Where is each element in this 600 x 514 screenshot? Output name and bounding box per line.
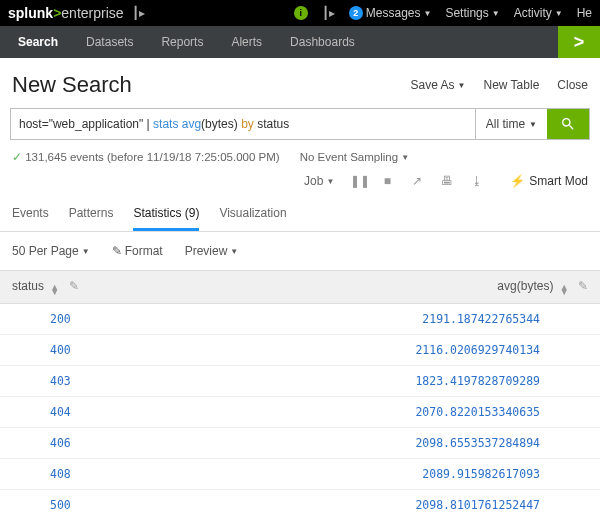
tab-events[interactable]: Events [12, 198, 49, 231]
format-label: Format [125, 244, 163, 258]
col-status-label: status [12, 279, 44, 293]
export-icon[interactable]: ⭳ [470, 174, 484, 188]
cell-avg[interactable]: 2098.6553537284894 [189, 428, 600, 459]
tab-visualization[interactable]: Visualization [219, 198, 286, 231]
stop-icon[interactable]: ■ [380, 174, 394, 188]
query-text: (bytes) [201, 117, 241, 131]
pause-icon[interactable]: ❚❚ [350, 174, 364, 188]
breadcrumb-toggle[interactable]: ┃▸ [132, 6, 145, 20]
cell-status[interactable]: 403 [0, 366, 189, 397]
logo: splunk>enterprise [8, 5, 124, 21]
query-keyword: stats [153, 117, 178, 131]
check-icon: ✓ [12, 151, 22, 163]
preview-menu[interactable]: Preview ▼ [185, 244, 239, 258]
sampling-menu[interactable]: No Event Sampling▼ [300, 151, 409, 163]
table-row: 4002116.0206929740134 [0, 335, 600, 366]
cell-avg[interactable]: 2116.0206929740134 [189, 335, 600, 366]
logo-post: enterprise [61, 5, 123, 21]
results-table: status ▲▼ ✎ avg(bytes) ▲▼ ✎ 2002191.1874… [0, 270, 600, 514]
cell-status[interactable]: 406 [0, 428, 189, 459]
sort-icon: ▲▼ [560, 285, 569, 295]
format-icon: ✎ [112, 244, 122, 258]
messages-label: Messages [366, 6, 421, 20]
info-badge[interactable]: i [294, 6, 308, 20]
header-actions: Save As▼ New Table Close [411, 78, 588, 92]
search-input[interactable]: host="web_application" | stats avg(bytes… [11, 109, 475, 139]
query-text: host="web_application" | [19, 117, 153, 131]
caret-down-icon: ▼ [230, 247, 238, 256]
table-row: 4031823.4197828709289 [0, 366, 600, 397]
time-range-label: All time [486, 117, 525, 131]
activity-menu[interactable]: Activity ▼ [514, 6, 563, 20]
search-submit-button[interactable] [547, 109, 589, 139]
save-as-menu[interactable]: Save As▼ [411, 78, 466, 92]
print-icon[interactable]: 🖶 [440, 174, 454, 188]
preview-label: Preview [185, 244, 228, 258]
nav-search-button[interactable]: > [558, 26, 600, 58]
sampling-label: No Event Sampling [300, 151, 398, 163]
cell-avg[interactable]: 1823.4197828709289 [189, 366, 600, 397]
event-count-text: 131,645 events (before 11/19/18 7:25:05.… [25, 151, 279, 163]
query-keyword: by [241, 117, 254, 131]
col-avg-header[interactable]: avg(bytes) ▲▼ ✎ [189, 271, 600, 304]
topbar-right: i ┃▸ 2 Messages ▼ Settings ▼ Activity ▼ … [294, 6, 592, 20]
topbar: splunk>enterprise ┃▸ i ┃▸ 2 Messages ▼ S… [0, 0, 600, 26]
cell-avg[interactable]: 2089.915982617093 [189, 459, 600, 490]
search-bar: host="web_application" | stats avg(bytes… [10, 108, 590, 140]
nav-item-alerts[interactable]: Alerts [217, 26, 276, 58]
job-menu[interactable]: Job▼ [304, 174, 334, 188]
help-label: He [577, 6, 592, 20]
sort-icon: ▲▼ [50, 285, 59, 295]
table-row: 4082089.915982617093 [0, 459, 600, 490]
edit-icon[interactable]: ✎ [578, 279, 588, 293]
help-menu[interactable]: He [577, 6, 592, 20]
caret-down-icon: ▼ [529, 120, 537, 129]
cell-avg[interactable]: 2070.8220153340635 [189, 397, 600, 428]
search-icon [560, 116, 576, 132]
logo-pre: splunk [8, 5, 53, 21]
table-row: 4042070.8220153340635 [0, 397, 600, 428]
table-controls: 50 Per Page ▼ ✎ Format Preview ▼ [0, 232, 600, 270]
table-row: 4062098.6553537284894 [0, 428, 600, 459]
messages-count: 2 [349, 6, 363, 20]
per-page-menu[interactable]: 50 Per Page ▼ [12, 244, 90, 258]
page-header: New Search Save As▼ New Table Close [0, 58, 600, 108]
caret-down-icon: ▼ [458, 81, 466, 90]
cell-avg[interactable]: 2191.187422765344 [189, 304, 600, 335]
job-label: Job [304, 174, 323, 188]
edit-icon[interactable]: ✎ [69, 279, 79, 293]
close-button[interactable]: Close [557, 78, 588, 92]
cell-status[interactable]: 500 [0, 490, 189, 515]
activity-label: Activity [514, 6, 552, 20]
time-range-picker[interactable]: All time ▼ [475, 109, 547, 139]
new-table-button[interactable]: New Table [484, 78, 540, 92]
nav-item-datasets[interactable]: Datasets [72, 26, 147, 58]
share-icon[interactable]: ↗ [410, 174, 424, 188]
cell-status[interactable]: 200 [0, 304, 189, 335]
format-menu[interactable]: ✎ Format [112, 244, 163, 258]
settings-menu[interactable]: Settings ▼ [445, 6, 499, 20]
cell-status[interactable]: 404 [0, 397, 189, 428]
query-function: avg [182, 117, 201, 131]
nav-item-reports[interactable]: Reports [147, 26, 217, 58]
info-crumb[interactable]: ┃▸ [322, 6, 335, 20]
job-toolbar: Job▼ ❚❚ ■ ↗ 🖶 ⭳ ⚡Smart Mod [0, 170, 600, 198]
result-tabs: Events Patterns Statistics (9) Visualiza… [0, 198, 600, 232]
cell-status[interactable]: 408 [0, 459, 189, 490]
bolt-icon: ⚡ [510, 174, 525, 188]
cell-status[interactable]: 400 [0, 335, 189, 366]
smart-mode[interactable]: ⚡Smart Mod [510, 174, 588, 188]
nav-item-dashboards[interactable]: Dashboards [276, 26, 369, 58]
tab-statistics[interactable]: Statistics (9) [133, 198, 199, 231]
cell-avg[interactable]: 2098.8101761252447 [189, 490, 600, 515]
table-row: 2002191.187422765344 [0, 304, 600, 335]
nav-item-search[interactable]: Search [4, 26, 72, 58]
caret-down-icon: ▼ [555, 9, 563, 18]
messages-menu[interactable]: 2 Messages ▼ [349, 6, 432, 20]
col-status-header[interactable]: status ▲▼ ✎ [0, 271, 189, 304]
save-as-label: Save As [411, 78, 455, 92]
status-bar: ✓ 131,645 events (before 11/19/18 7:25:0… [0, 140, 600, 170]
caret-down-icon: ▼ [326, 177, 334, 186]
page-title: New Search [12, 72, 132, 98]
tab-patterns[interactable]: Patterns [69, 198, 114, 231]
